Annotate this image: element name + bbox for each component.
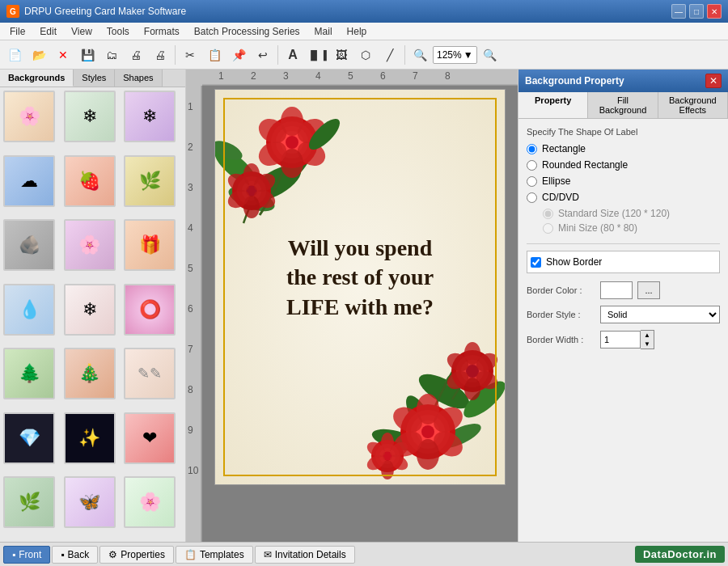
svg-text:2: 2 xyxy=(251,70,256,82)
save-all-button[interactable]: 🗂 xyxy=(100,44,123,66)
front-icon: ▪ xyxy=(12,549,15,560)
bg-thumb-6[interactable]: 🌿 xyxy=(124,155,176,207)
bg-thumb-11[interactable]: ❄ xyxy=(64,284,116,336)
copy-button[interactable]: 📋 xyxy=(203,44,226,66)
new-button[interactable]: 📄 xyxy=(3,44,26,66)
menu-file[interactable]: File xyxy=(3,24,32,39)
close-button[interactable]: ✕ xyxy=(707,4,722,19)
spinbox-down-button[interactable]: ▼ xyxy=(641,340,654,348)
show-border-checkbox[interactable] xyxy=(531,257,541,268)
border-color-swatch[interactable] xyxy=(600,281,633,299)
canvas-area: 1 2 3 4 5 6 7 8 1 2 3 4 5 6 7 8 9 xyxy=(186,70,518,542)
properties-label: Properties xyxy=(121,549,165,560)
bg-thumb-4[interactable]: ☁ xyxy=(3,155,55,207)
bg-thumb-15[interactable]: ✎✎ xyxy=(124,348,176,399)
image-button[interactable]: 🖼 xyxy=(330,44,353,66)
prop-tab-property[interactable]: Property xyxy=(518,92,588,118)
close-doc-button[interactable]: ✕ xyxy=(52,44,74,66)
bg-thumb-19[interactable]: 🌿 xyxy=(3,476,55,528)
menu-formats[interactable]: Formats xyxy=(138,24,186,39)
menu-edit[interactable]: Edit xyxy=(33,24,63,39)
menu-tools[interactable]: Tools xyxy=(100,24,136,39)
tab-properties[interactable]: ⚙ Properties xyxy=(99,546,174,564)
radio-rounded-input[interactable] xyxy=(527,160,537,171)
tab-backgrounds[interactable]: Backgrounds xyxy=(0,70,74,87)
radio-mini-input xyxy=(543,223,553,234)
radio-rounded-rectangle[interactable]: Rounded Rectangle xyxy=(527,159,720,171)
bg-thumb-14[interactable]: 🎄 xyxy=(64,348,116,399)
spinbox-up-button[interactable]: ▲ xyxy=(641,331,654,340)
svg-text:4: 4 xyxy=(188,222,193,234)
prop-tab-effects[interactable]: Background Effects xyxy=(658,92,728,118)
bg-thumb-16[interactable]: 💎 xyxy=(3,412,55,464)
svg-text:5: 5 xyxy=(348,70,353,82)
property-tabs: Property Fill Background Background Effe… xyxy=(518,92,728,119)
bg-thumb-12[interactable]: ⭕ xyxy=(124,284,176,336)
maximize-button[interactable]: □ xyxy=(689,4,704,19)
bg-thumb-9[interactable]: 🎁 xyxy=(124,219,176,271)
tab-invitation[interactable]: ✉ Invitation Details xyxy=(255,546,355,564)
save-button[interactable]: 💾 xyxy=(76,44,99,66)
undo-button[interactable]: ↩ xyxy=(252,44,274,66)
cddvd-options: Standard Size (120 * 120) Mini Size (80 … xyxy=(543,208,720,234)
property-close-button[interactable]: ✕ xyxy=(705,74,722,88)
menu-help[interactable]: Help xyxy=(341,24,374,39)
status-bar: ▪ Front ▪ Back ⚙ Properties 📋 Templates … xyxy=(0,542,728,566)
radio-ellipse-input[interactable] xyxy=(527,176,537,187)
print2-button[interactable]: 🖨 xyxy=(149,44,171,66)
tab-styles[interactable]: Styles xyxy=(74,70,115,87)
border-color-dots-button[interactable]: ... xyxy=(637,281,660,299)
radio-rectangle-label: Rectangle xyxy=(542,143,586,154)
tab-templates[interactable]: 📋 Templates xyxy=(176,546,253,564)
menu-batch[interactable]: Batch Processing Series xyxy=(188,24,307,39)
bg-thumb-8[interactable]: 🌸 xyxy=(64,219,116,271)
radio-rectangle[interactable]: Rectangle xyxy=(527,143,720,154)
print-button[interactable]: 🖨 xyxy=(125,44,147,66)
shape-button[interactable]: ⬡ xyxy=(354,44,377,66)
radio-ellipse[interactable]: Ellipse xyxy=(527,175,720,187)
tab-back[interactable]: ▪ Back xyxy=(52,546,98,564)
minimize-button[interactable]: — xyxy=(671,4,686,19)
bg-thumb-7[interactable]: 🪨 xyxy=(3,219,55,271)
show-border-row: Show Border xyxy=(527,251,720,273)
left-panel: Backgrounds Styles Shapes 🌸 ❄ ❄ ☁ 🍓 🌿 🪨 … xyxy=(0,70,186,542)
cut-button[interactable]: ✂ xyxy=(179,44,201,66)
radio-standard[interactable]: Standard Size (120 * 120) xyxy=(543,208,720,219)
radio-rectangle-input[interactable] xyxy=(527,144,537,154)
svg-text:10: 10 xyxy=(188,465,199,476)
roses-top-left xyxy=(214,89,373,247)
zoom-in-button[interactable]: 🔍 xyxy=(408,44,431,66)
bg-thumb-21[interactable]: 🌸 xyxy=(124,476,176,528)
bg-thumb-5[interactable]: 🍓 xyxy=(64,155,116,207)
bg-thumb-17[interactable]: ✨ xyxy=(64,412,116,464)
bg-thumb-2[interactable]: ❄ xyxy=(64,91,116,142)
svg-text:7: 7 xyxy=(413,70,418,82)
zoom-dropdown-icon[interactable]: ▼ xyxy=(463,49,473,61)
open-button[interactable]: 📂 xyxy=(28,44,50,66)
bg-thumb-13[interactable]: 🌲 xyxy=(3,348,55,399)
tab-shapes[interactable]: Shapes xyxy=(115,70,162,87)
barcode-button[interactable]: ▐▌▐ xyxy=(306,44,328,66)
svg-text:7: 7 xyxy=(188,344,193,355)
radio-cddvd-input[interactable] xyxy=(527,192,537,203)
radio-rounded-label: Rounded Rectangle xyxy=(542,159,628,171)
bg-thumb-1[interactable]: 🌸 xyxy=(3,91,55,142)
text-button[interactable]: A xyxy=(281,44,304,66)
radio-cddvd[interactable]: CD/DVD xyxy=(527,192,720,203)
line-button[interactable]: ╱ xyxy=(379,44,401,66)
radio-mini-label: Mini Size (80 * 80) xyxy=(558,222,637,234)
bg-thumb-3[interactable]: ❄ xyxy=(124,91,176,142)
bg-thumb-20[interactable]: 🦋 xyxy=(64,476,116,528)
tab-front[interactable]: ▪ Front xyxy=(3,546,50,564)
menu-mail[interactable]: Mail xyxy=(308,24,339,39)
ruler-vertical: 1 2 3 4 5 6 7 8 9 10 xyxy=(186,86,202,542)
border-width-input[interactable]: 1 xyxy=(600,331,641,348)
radio-mini[interactable]: Mini Size (80 * 80) xyxy=(543,222,720,234)
menu-view[interactable]: View xyxy=(65,24,99,39)
border-style-select[interactable]: Solid Dashed Dotted Double xyxy=(600,306,720,323)
paste-button[interactable]: 📌 xyxy=(227,44,250,66)
zoom-out-button[interactable]: 🔍 xyxy=(479,44,502,66)
bg-thumb-10[interactable]: 💧 xyxy=(3,284,55,336)
prop-tab-fill[interactable]: Fill Background xyxy=(588,92,658,118)
bg-thumb-18[interactable]: ❤ xyxy=(124,412,176,464)
